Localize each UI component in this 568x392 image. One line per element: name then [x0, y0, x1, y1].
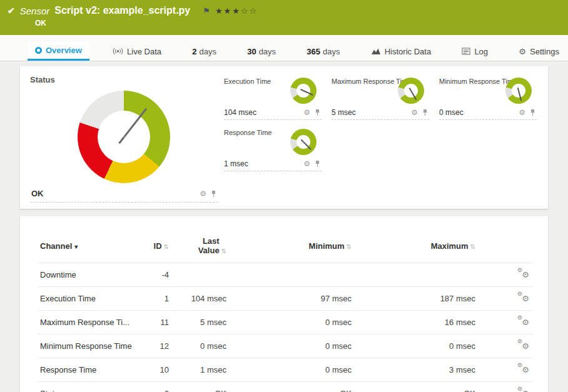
channel-minimum: 0 msec [229, 358, 354, 382]
pin-icon[interactable] [211, 190, 216, 198]
channel-maximum: 187 msec [354, 287, 478, 311]
channel-settings-icon[interactable]: ⚙⚙ [517, 293, 529, 303]
gear-icon: ⚙ [517, 363, 522, 368]
channel-minimum: OK [229, 382, 354, 392]
mini-gauge-graphic [505, 78, 532, 104]
table-row: Execution Time 1 104 msec 97 msec 187 ms… [38, 287, 533, 311]
channel-id: 11 [136, 311, 171, 334]
col-header-actions [478, 233, 533, 263]
historic-data-icon [371, 48, 381, 55]
pin-icon[interactable] [530, 109, 535, 116]
live-data-icon [113, 48, 123, 55]
gear-icon[interactable]: ⚙ [411, 109, 418, 116]
channels-table-panel: Channel▾ ID⇅ Last Value⇅ Minimum⇅ Maximu… [20, 216, 548, 392]
tab-label: Overview [46, 46, 82, 55]
channel-id: 1 [136, 287, 171, 311]
tab-2-days[interactable]: 2 days [185, 42, 224, 61]
gauge-execution-time: Execution Time 104 msec ⚙ [224, 76, 322, 120]
gear-icon: ⚙ [522, 366, 529, 374]
gauge-response-time: Response Time 1 msec ⚙ [224, 128, 322, 171]
channel-last-value: 1 msec [171, 358, 229, 382]
channel-maximum: OK [354, 382, 478, 392]
channel-minimum [229, 263, 354, 287]
channel-id: 0 [136, 382, 171, 392]
tab-live-data[interactable]: Live Data [105, 42, 169, 61]
channel-settings-icon[interactable]: ⚙⚙ [517, 269, 529, 279]
gear-icon: ⚙ [522, 271, 529, 279]
status-gauge-footer: OK ⚙ [30, 189, 218, 203]
col-label: ID [154, 241, 162, 251]
tab-historic-data[interactable]: Historic Data [363, 42, 439, 61]
overview-icon [35, 47, 42, 54]
tab-settings[interactable]: ⚙ Settings [511, 42, 567, 61]
gear-icon: ⚙ [522, 389, 529, 392]
gear-icon: ⚙ [519, 48, 526, 56]
channel-maximum: 3 msec [354, 358, 478, 382]
channel-last-value: OK [171, 382, 229, 392]
channel-settings-icon[interactable]: ⚙⚙ [517, 364, 529, 374]
col-header-id[interactable]: ID⇅ [136, 233, 171, 263]
gear-icon: ⚙ [517, 291, 522, 297]
channel-maximum [354, 263, 478, 287]
pin-icon[interactable] [315, 160, 320, 168]
status-gauge-value: OK [31, 189, 44, 198]
gear-icon: ⚙ [522, 342, 529, 350]
tab-label: Live Data [127, 47, 161, 56]
table-row: Status 0 OK OK OK ⚙⚙ [38, 382, 533, 392]
gauge-maximum-response-time: Maximum Response Time 5 msec ⚙ [332, 76, 429, 120]
channel-name: Execution Time [38, 287, 136, 311]
col-header-minimum[interactable]: Minimum⇅ [229, 233, 354, 263]
channel-minimum: 0 msec [229, 311, 354, 334]
gear-icon[interactable]: ⚙ [303, 109, 310, 116]
sort-arrows-icon: ⇅ [470, 243, 475, 250]
tab-bar: Overview Live Data 2 days 30 days 365 da… [0, 35, 568, 61]
channels-table: Channel▾ ID⇅ Last Value⇅ Minimum⇅ Maximu… [38, 233, 533, 392]
status-gauge [30, 84, 218, 189]
col-label: Minimum [309, 241, 345, 251]
channel-last-value: 104 msec [171, 287, 229, 311]
priority-stars[interactable]: ★★★☆☆ [215, 6, 258, 16]
tab-overview[interactable]: Overview [28, 42, 89, 61]
tab-label: days [199, 47, 216, 56]
tab-label: Log [474, 47, 488, 56]
pin-icon[interactable] [422, 109, 428, 116]
channel-settings-icon[interactable]: ⚙⚙ [517, 316, 529, 326]
channel-name: Downtime [38, 263, 136, 287]
tab-log[interactable]: Log [454, 42, 495, 61]
tab-30-days[interactable]: 30 days [240, 42, 283, 61]
gear-icon[interactable]: ⚙ [303, 160, 310, 168]
col-header-last-value[interactable]: Last Value⇅ [171, 233, 229, 263]
gear-icon: ⚙ [522, 318, 529, 326]
tab-label: 365 [307, 47, 320, 56]
gear-icon[interactable]: ⚙ [200, 190, 206, 198]
object-kind-label: Sensor [20, 6, 50, 16]
gauge-value: 1 msec [224, 159, 248, 168]
gear-icon: ⚙ [517, 268, 522, 273]
mini-gauge-graphic [290, 78, 317, 104]
sensor-status-text: OK [35, 19, 562, 28]
mini-gauges-grid: Execution Time 104 msec ⚙ Maximum Respon… [224, 75, 537, 203]
col-header-maximum[interactable]: Maximum⇅ [354, 233, 478, 263]
tab-label: 30 [247, 47, 256, 56]
table-row: Downtime -4 ⚙⚙ [38, 263, 533, 287]
tab-label: Settings [530, 47, 559, 56]
channel-minimum: 0 msec [229, 334, 354, 358]
gear-icon: ⚙ [517, 339, 522, 344]
priority-flag-icon[interactable]: ⚑ [203, 6, 210, 16]
channel-last-value [171, 263, 229, 287]
pin-icon[interactable] [315, 109, 320, 116]
gear-icon[interactable]: ⚙ [519, 109, 525, 116]
log-icon [462, 48, 470, 55]
status-gauge-block: Status OK ⚙ [30, 75, 218, 203]
channel-minimum: 97 msec [229, 287, 354, 311]
tab-365-days[interactable]: 365 days [299, 42, 347, 61]
channel-name: Minimum Response Time [38, 334, 136, 358]
sort-caret-icon: ▾ [74, 243, 78, 250]
col-label: Last Value [192, 236, 220, 255]
table-row: Minimum Response Time 12 0 msec 0 msec 0… [38, 334, 533, 358]
channel-settings-icon[interactable]: ⚙⚙ [517, 388, 529, 392]
col-header-channel[interactable]: Channel▾ [38, 233, 136, 263]
channel-settings-icon[interactable]: ⚙⚙ [517, 340, 529, 350]
gear-icon: ⚙ [517, 386, 522, 392]
page-title: Script v2: example_script.py [54, 5, 190, 16]
